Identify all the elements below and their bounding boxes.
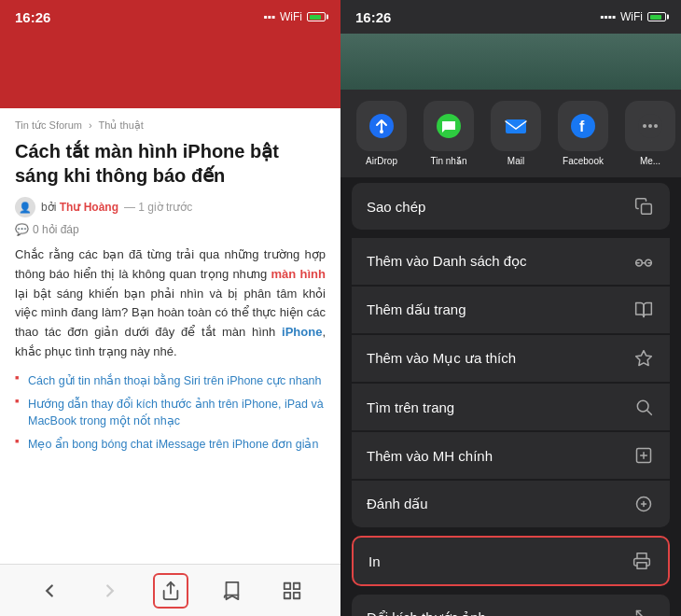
resize-icon	[632, 607, 655, 616]
search-icon	[632, 396, 655, 418]
menu-item-favorites[interactable]: Thêm vào Mục ưa thích	[352, 335, 670, 382]
left-hero-image	[0, 34, 340, 108]
share-button[interactable]	[153, 573, 188, 609]
svg-rect-8	[506, 119, 526, 133]
author-name-link[interactable]: Thư Hoàng	[60, 201, 118, 214]
breadcrumb-parent[interactable]: Tin tức Sforum	[15, 119, 82, 131]
svg-rect-3	[284, 592, 289, 597]
body-text-2: lại bật sáng khiến bạn phải nhìn và bị p…	[15, 287, 326, 340]
article-list-link-2[interactable]: Mẹo ẩn bong bóng chat iMessage trên iPho…	[28, 438, 318, 451]
right-header-blur	[340, 34, 681, 90]
markup-icon	[632, 493, 655, 515]
right-status-time: 16:26	[355, 9, 391, 25]
menu-list: Sao chép Thêm vào Danh sách đọc Thêm	[340, 177, 681, 616]
comment-icon: 💬	[15, 223, 29, 236]
menu-item-favorites-label: Thêm vào Mục ưa thích	[367, 350, 516, 367]
article-list-link-0[interactable]: Cách gửi tin nhắn thoại bằng Siri trên i…	[28, 374, 321, 387]
menu-item-markup[interactable]: Đánh dấu	[352, 481, 670, 527]
left-bottom-nav	[0, 564, 340, 616]
article-body: Chắc rằng các bạn đã từng trải qua những…	[15, 245, 326, 362]
airdrop-icon-circle	[356, 101, 407, 151]
more-label: Me...	[640, 156, 660, 166]
svg-point-6	[380, 130, 383, 133]
svg-text:f: f	[579, 119, 585, 134]
article-title: Cách tắt màn hình iPhone bật sáng khi th…	[15, 139, 326, 188]
share-icon-facebook[interactable]: f Facebook	[557, 101, 609, 166]
share-icon-airdrop[interactable]: AirDrop	[355, 101, 408, 166]
share-icons-row: AirDrop Tin nhắn Mail	[340, 90, 681, 177]
menu-item-homescreen[interactable]: Thêm vào MH chính	[352, 432, 670, 479]
svg-point-14	[654, 124, 658, 128]
comment-text: 0 hỏi đáp	[33, 223, 79, 236]
left-content-area: Tin tức Sforum › Thủ thuật Cách tắt màn …	[0, 108, 340, 564]
star-icon	[632, 347, 655, 370]
article-list: Cách gửi tin nhắn thoại bằng Siri trên i…	[15, 373, 326, 454]
bookmark-button[interactable]	[214, 573, 249, 609]
menu-item-readinglist-label: Thêm vào Danh sách đọc	[367, 253, 527, 270]
right-signal-icon: ▪▪▪▪	[600, 10, 616, 23]
right-status-bar: 16:26 ▪▪▪▪ WiFi	[340, 0, 681, 34]
messages-label: Tin nhắn	[431, 156, 467, 166]
right-battery-icon	[647, 12, 666, 21]
menu-item-print-label: In	[368, 553, 381, 569]
back-button[interactable]	[32, 573, 67, 609]
messages-icon-circle	[424, 101, 474, 151]
menu-item-copy-label: Sao chép	[367, 199, 425, 215]
svg-rect-4	[293, 592, 299, 597]
forward-button[interactable]	[92, 573, 128, 609]
menu-item-find[interactable]: Tìm trên trang	[352, 384, 670, 430]
author-time: — 1 giờ trước	[124, 201, 192, 214]
author-line: 👤 bởi Thư Hoàng — 1 giờ trước	[15, 197, 326, 217]
breadcrumb: Tin tức Sforum › Thủ thuật	[15, 119, 326, 132]
left-status-time: 16:26	[15, 9, 50, 25]
left-status-bar: 16:26 ▪▪▪ WiFi	[0, 0, 340, 34]
book-icon	[632, 299, 655, 321]
facebook-icon-circle: f	[558, 101, 608, 151]
menu-item-homescreen-label: Thêm vào MH chính	[367, 448, 493, 464]
battery-icon	[307, 12, 326, 21]
article-list-link-1[interactable]: Hướng dẫn thay đổi kích thước ảnh trên i…	[28, 398, 324, 427]
share-icon-more[interactable]: Me...	[624, 101, 676, 166]
left-status-icons: ▪▪▪ WiFi	[263, 10, 326, 23]
article-list-item-0: Cách gửi tin nhắn thoại bằng Siri trên i…	[15, 373, 326, 390]
share-icon-messages[interactable]: Tin nhắn	[423, 101, 475, 166]
svg-rect-15	[642, 204, 652, 215]
svg-line-27	[637, 611, 643, 617]
article-list-item-1: Hướng dẫn thay đổi kích thước ảnh trên i…	[15, 397, 326, 429]
svg-line-20	[647, 411, 652, 415]
share-icon-mail[interactable]: Mail	[490, 101, 542, 166]
airdrop-label: AirDrop	[366, 156, 397, 166]
more-icon-circle	[625, 101, 675, 151]
copy-icon	[632, 195, 655, 217]
facebook-label: Facebook	[563, 156, 604, 166]
highlight-iphone: iPhone	[282, 325, 322, 339]
author-avatar: 👤	[15, 197, 35, 217]
left-panel: 16:26 ▪▪▪ WiFi Tin tức Sforum › Thủ thuậ…	[0, 0, 340, 616]
menu-item-bookmark[interactable]: Thêm dấu trang	[352, 287, 670, 333]
right-status-icons: ▪▪▪▪ WiFi	[600, 10, 666, 23]
menu-item-copy[interactable]: Sao chép	[352, 183, 670, 230]
breadcrumb-child: Thủ thuật	[99, 119, 144, 131]
tabs-button[interactable]	[274, 573, 310, 609]
highlight-manhinh: màn hình	[271, 267, 326, 281]
menu-item-bookmark-label: Thêm dấu trang	[367, 301, 466, 318]
author-prefix: bởi Thư Hoàng	[41, 201, 118, 214]
menu-item-print[interactable]: In	[352, 536, 670, 586]
menu-item-resize-label: Đổi kích thước ảnh	[367, 609, 486, 616]
comment-line: 💬 0 hỏi đáp	[15, 223, 326, 236]
wifi-icon: WiFi	[280, 10, 302, 23]
svg-point-13	[648, 124, 652, 128]
menu-item-find-label: Tìm trên trang	[367, 399, 454, 415]
article-list-item-2: Mẹo ẩn bong bóng chat iMessage trên iPho…	[15, 437, 326, 454]
print-icon	[631, 550, 653, 572]
svg-rect-1	[284, 582, 289, 588]
menu-item-resize[interactable]: Đổi kích thước ảnh	[352, 595, 670, 616]
svg-marker-18	[636, 351, 652, 366]
right-wifi-icon: WiFi	[620, 10, 643, 23]
menu-item-readinglist[interactable]: Thêm vào Danh sách đọc	[352, 238, 670, 285]
svg-point-12	[643, 124, 646, 128]
mail-label: Mail	[507, 156, 524, 166]
svg-rect-2	[293, 582, 299, 588]
signal-icon: ▪▪▪	[263, 10, 275, 23]
glasses-icon	[632, 250, 655, 273]
